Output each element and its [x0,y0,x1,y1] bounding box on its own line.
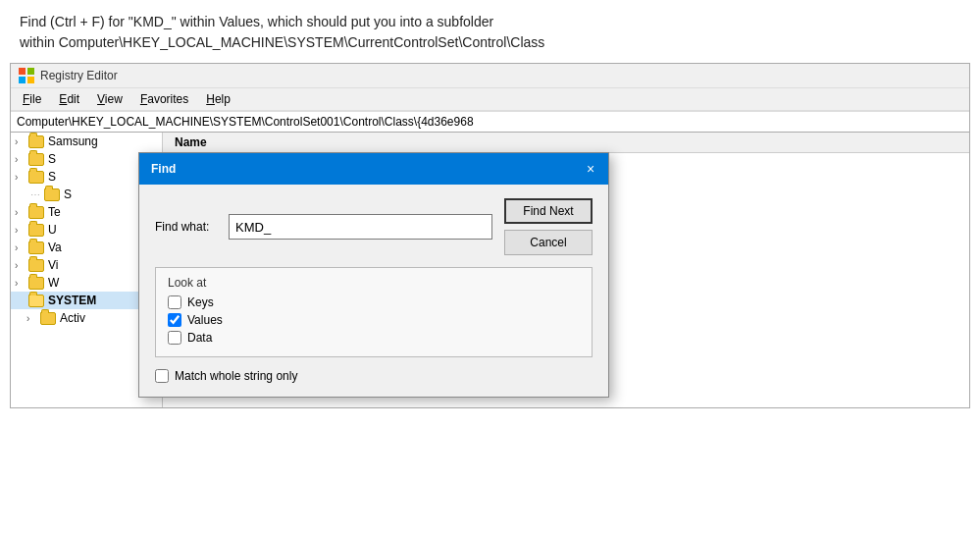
keys-checkbox-row: Keys [168,295,580,309]
tree-label: S [64,188,72,201]
folder-icon [28,153,44,166]
expand-arrow: › [15,154,26,165]
data-label[interactable]: Data [187,331,212,345]
expand-arrow: › [15,242,26,253]
find-what-label: Find what: [155,220,229,234]
match-whole-label[interactable]: Match whole string only [175,369,297,383]
match-whole-row: Match whole string only [155,369,593,383]
dialog-title-bar: Find × [139,153,608,185]
menu-view[interactable]: View [89,90,130,108]
menu-favorites[interactable]: Favorites [132,90,196,108]
values-checkbox-row: Values [168,313,580,327]
folder-icon [28,259,44,272]
instruction-line1: Find (Ctrl + F) for "KMD_" within Values… [20,12,960,32]
folder-icon [28,241,44,254]
folder-icon [28,171,44,184]
tree-label: Va [48,241,62,254]
dialog-close-button[interactable]: × [581,159,600,179]
svg-rect-0 [19,68,26,75]
tree-label: S [48,152,56,166]
tree-item-samsung[interactable]: › Samsung [11,133,162,150]
instruction-line2: within Computer\HKEY_LOCAL_MACHINE\SYSTE… [20,32,960,53]
expand-arrow: ⋯ [30,189,42,200]
instruction-area: Find (Ctrl + F) for "KMD_" within Values… [0,0,980,63]
tree-label: SYSTEM [48,294,96,307]
name-column-header: Name [167,134,215,150]
registry-icon [19,68,34,83]
folder-icon [44,188,60,201]
app-title: Registry Editor [40,69,118,82]
tree-label: Vi [48,258,58,272]
menu-bar: File Edit View Favorites Help [11,88,969,111]
data-checkbox[interactable] [168,331,181,345]
find-what-row: Find what: Find Next Cancel [155,198,593,255]
menu-file[interactable]: File [15,90,49,108]
menu-help[interactable]: Help [198,90,238,108]
folder-icon [28,277,44,290]
values-label[interactable]: Values [187,313,223,327]
tree-label: S [48,170,56,184]
folder-icon [28,135,44,148]
expand-arrow: › [15,136,26,147]
expand-arrow: › [15,260,26,271]
cancel-button[interactable]: Cancel [504,230,593,255]
expand-arrow: › [15,225,26,236]
menu-edit[interactable]: Edit [51,90,87,108]
svg-rect-3 [27,77,34,83]
look-at-legend: Look at [168,276,580,290]
tree-label: W [48,276,59,290]
tree-label: Samsung [48,134,98,148]
tree-label: Activ [60,311,85,325]
svg-rect-2 [19,77,26,83]
expand-arrow: › [15,207,26,218]
expand-arrow: › [15,278,26,289]
match-whole-checkbox[interactable] [155,369,169,383]
data-checkbox-row: Data [168,331,580,345]
find-next-button[interactable]: Find Next [504,198,593,224]
folder-icon [28,206,44,219]
keys-label[interactable]: Keys [187,295,214,309]
find-what-input[interactable] [229,214,492,240]
dialog-body: Find what: Find Next Cancel Look at Keys [139,185,608,397]
look-at-group: Look at Keys Values Data [155,267,593,357]
dialog-buttons: Find Next Cancel [504,198,593,255]
folder-icon-open [28,295,44,307]
folder-icon [40,312,56,325]
title-bar: Registry Editor [11,64,969,88]
svg-rect-1 [27,68,34,75]
registry-window: Registry Editor File Edit View Favorites… [10,63,970,408]
keys-checkbox[interactable] [168,295,181,309]
main-area: › Samsung › S › S ⋯ S › Te [11,133,969,407]
tree-label: Te [48,205,61,219]
find-dialog: Find × Find what: Find Next Cancel [138,152,609,398]
expand-arrow: › [26,313,38,324]
tree-label: U [48,223,57,237]
expand-arrow: › [15,172,26,183]
values-header: Name [163,133,969,153]
dialog-title: Find [151,162,176,176]
address-bar[interactable]: Computer\HKEY_LOCAL_MACHINE\SYSTEM\Contr… [11,111,969,133]
folder-icon [28,224,44,237]
values-checkbox[interactable] [168,313,181,327]
